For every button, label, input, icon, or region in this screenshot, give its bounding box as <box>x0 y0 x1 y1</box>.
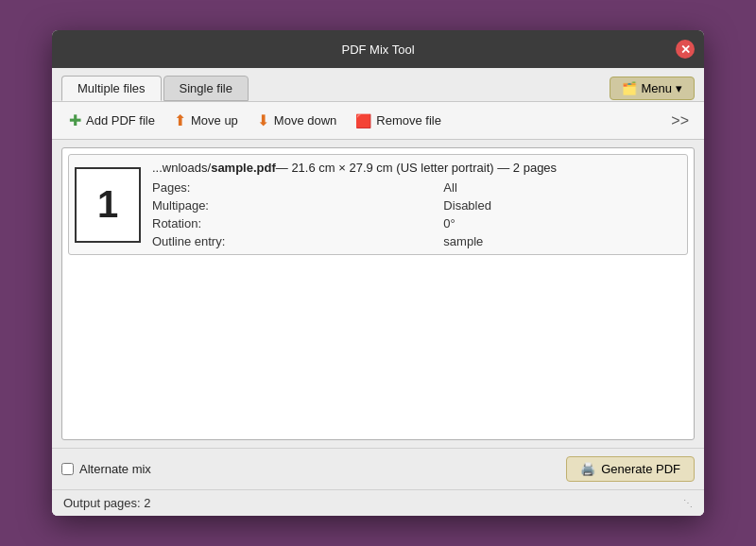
alternate-mix-label[interactable]: Alternate mix <box>61 462 151 476</box>
add-pdf-label: Add PDF file <box>86 113 155 128</box>
title-bar: PDF Mix Tool ✕ <box>52 30 704 68</box>
status-bar: Output pages: 2 ⋱ <box>52 489 704 516</box>
close-button[interactable]: ✕ <box>676 40 695 59</box>
pages-value: All <box>443 180 681 195</box>
output-pages-status: Output pages: 2 <box>63 496 151 510</box>
file-name-line: ...wnloads/sample.pdf— 21.6 cm × 27.9 cm… <box>152 161 681 175</box>
pages-label: Pages: <box>152 180 415 195</box>
move-up-button[interactable]: ⬆ Move up <box>166 108 246 133</box>
generate-pdf-button[interactable]: 🖨️ Generate PDF <box>566 456 695 482</box>
close-icon: ✕ <box>680 43 691 56</box>
file-path-prefix: ...wnloads/ <box>152 161 211 175</box>
menu-button[interactable]: 🗂️ Menu ▾ <box>610 77 695 100</box>
file-info: ...wnloads/sample.pdf— 21.6 cm × 27.9 cm… <box>152 161 681 248</box>
dialog-content: Multiple files Single file 🗂️ Menu ▾ ✚ A… <box>52 68 704 516</box>
move-down-label: Move down <box>274 113 336 128</box>
outline-label: Outline entry: <box>152 234 415 248</box>
file-dimensions: — 21.6 cm × 27.9 cm (US letter portrait)… <box>276 161 557 175</box>
chevron-down-icon: ▾ <box>676 81 682 95</box>
move-up-icon: ⬆ <box>174 111 186 129</box>
multipage-label: Multipage: <box>152 198 415 213</box>
remove-file-button[interactable]: 🟥 Remove file <box>348 110 449 132</box>
file-list-area: 1 ...wnloads/sample.pdf— 21.6 cm × 27.9 … <box>61 147 695 440</box>
add-icon: ✚ <box>69 111 81 129</box>
add-pdf-button[interactable]: ✚ Add PDF file <box>61 108 163 133</box>
file-details: Pages: All Multipage: Disabled Rotation:… <box>152 180 681 248</box>
menu-icon: 🗂️ <box>622 81 637 95</box>
tab-single-file[interactable]: Single file <box>163 76 249 101</box>
menu-label: Menu <box>641 81 672 95</box>
file-name: sample.pdf <box>211 161 276 175</box>
bottom-bar: Alternate mix 🖨️ Generate PDF <box>52 448 704 489</box>
tabs-row: Multiple files Single file 🗂️ Menu ▾ <box>52 68 704 101</box>
file-list-item[interactable]: 1 ...wnloads/sample.pdf— 21.6 cm × 27.9 … <box>68 154 688 255</box>
toolbar: ✚ Add PDF file ⬆ Move up ⬇ Move down 🟥 R… <box>52 101 704 140</box>
tab-multiple-files[interactable]: Multiple files <box>61 76 162 101</box>
move-up-label: Move up <box>191 113 238 128</box>
rotation-value: 0° <box>443 216 681 230</box>
remove-icon: 🟥 <box>355 113 371 128</box>
main-dialog: PDF Mix Tool ✕ Multiple files Single fil… <box>52 30 704 516</box>
alternate-mix-text: Alternate mix <box>79 462 151 476</box>
outline-value: sample <box>443 234 681 248</box>
generate-icon: 🖨️ <box>580 462 595 476</box>
window-title: PDF Mix Tool <box>341 43 414 57</box>
move-down-icon: ⬇ <box>257 111 269 129</box>
file-thumbnail: 1 <box>75 167 141 243</box>
toolbar-more-button[interactable]: >> <box>665 111 695 131</box>
resize-grip: ⋱ <box>683 498 693 508</box>
move-down-button[interactable]: ⬇ Move down <box>249 108 344 133</box>
generate-pdf-label: Generate PDF <box>601 462 680 476</box>
remove-file-label: Remove file <box>376 113 441 128</box>
rotation-label: Rotation: <box>152 216 415 230</box>
alternate-mix-checkbox[interactable] <box>61 463 74 475</box>
tabs-container: Multiple files Single file <box>61 76 249 101</box>
multipage-value: Disabled <box>443 198 681 213</box>
